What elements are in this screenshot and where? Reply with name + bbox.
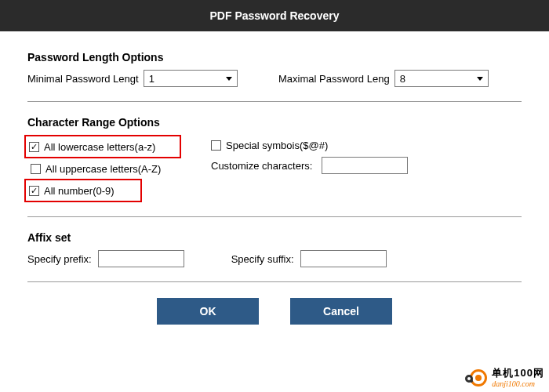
highlight-numbers: All number(0-9) — [24, 179, 142, 202]
max-length-value: 8 — [400, 73, 405, 85]
numbers-row: All number(0-9) — [26, 180, 140, 201]
symbols-row: Special symbois($@#) — [208, 135, 522, 155]
char-range-section-title: Character Range Options — [27, 116, 522, 129]
watermark-text: 单机100网 danji100.com — [492, 368, 544, 387]
suffix-label: Specify suffix: — [231, 253, 294, 265]
symbols-label: Special symbois($@#) — [226, 140, 328, 151]
customize-input[interactable] — [322, 157, 408, 174]
affix-section-title: Affix set — [27, 231, 522, 244]
chevron-down-icon — [226, 77, 232, 81]
divider — [27, 101, 522, 102]
window-title: PDF Password Recovery — [210, 9, 340, 22]
char-range-grid: All lowercase letters(a-z) All uppercase… — [27, 135, 522, 202]
highlight-lowercase: All lowercase letters(a-z) — [24, 135, 181, 158]
min-length-group: Minimal Password Lengt 1 — [27, 70, 271, 87]
min-length-value: 1 — [149, 73, 155, 85]
max-length-group: Maximal Password Leng 8 — [278, 70, 522, 87]
watermark-cn: 单机100网 — [492, 368, 544, 379]
min-length-select[interactable]: 1 — [144, 70, 238, 87]
lowercase-label: All lowercase letters(a-z) — [44, 141, 155, 153]
watermark: 单机100网 danji100.com — [465, 367, 544, 389]
window-titlebar: PDF Password Recovery — [0, 0, 549, 31]
cancel-button-label: Cancel — [323, 305, 359, 318]
numbers-label: All number(0-9) — [44, 185, 115, 197]
prefix-input[interactable] — [98, 250, 184, 267]
numbers-checkbox[interactable] — [29, 186, 39, 196]
uppercase-checkbox[interactable] — [31, 164, 41, 174]
max-length-select[interactable]: 8 — [394, 70, 489, 87]
watermark-en: danji100.com — [492, 379, 544, 388]
dialog-content: Password Length Options Minimal Password… — [0, 31, 549, 325]
chevron-down-icon — [477, 77, 483, 81]
ok-button-label: OK — [200, 305, 216, 318]
length-row: Minimal Password Lengt 1 Maximal Passwor… — [27, 70, 522, 87]
ok-button[interactable]: OK — [157, 298, 259, 325]
customize-label: Customize characters: — [211, 160, 312, 172]
button-row: OK Cancel — [27, 298, 522, 325]
char-range-left-col: All lowercase letters(a-z) All uppercase… — [27, 135, 208, 202]
suffix-input[interactable] — [300, 250, 387, 267]
length-section-title: Password Length Options — [27, 51, 522, 64]
lowercase-row: All lowercase letters(a-z) — [26, 136, 180, 157]
prefix-label: Specify prefix: — [27, 253, 92, 265]
divider — [27, 281, 522, 282]
prefix-group: Specify prefix: — [27, 250, 184, 267]
uppercase-row: All uppercase letters(A-Z) — [27, 158, 208, 179]
customize-row: Customize characters: — [208, 155, 522, 176]
divider — [27, 216, 522, 217]
watermark-logo-icon — [465, 367, 487, 389]
affix-row: Specify prefix: Specify suffix: — [27, 250, 522, 267]
cancel-button[interactable]: Cancel — [290, 298, 392, 325]
uppercase-label: All uppercase letters(A-Z) — [45, 163, 161, 175]
symbols-checkbox[interactable] — [211, 140, 221, 151]
char-range-right-col: Special symbois($@#) Customize character… — [208, 135, 522, 202]
lowercase-checkbox[interactable] — [29, 142, 39, 152]
min-length-label: Minimal Password Lengt — [27, 73, 139, 85]
suffix-group: Specify suffix: — [231, 250, 387, 267]
max-length-label: Maximal Password Leng — [278, 73, 390, 85]
